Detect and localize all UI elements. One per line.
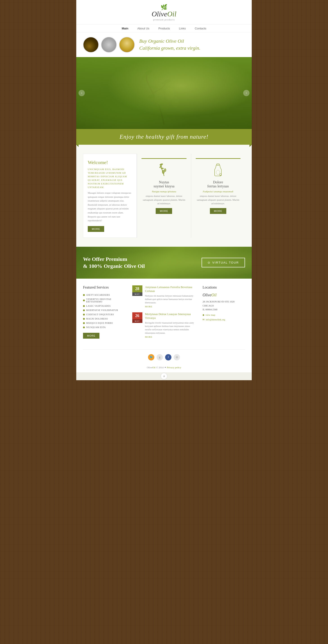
promo-text: We Offer Premium & 100% Organic Olive Oi… — [83, 256, 145, 270]
page-wrapper: 🌿 OliveOil premium products Main About U… — [76, 0, 252, 380]
service-dot — [83, 305, 85, 307]
service-dot — [83, 294, 85, 296]
promo-section: We Offer Premium & 100% Organic Olive Oi… — [76, 247, 252, 279]
news-content-2: Mertytasas Deirue Loauyas Smeraysua Trev… — [145, 312, 196, 338]
features-top-line-2 — [196, 158, 240, 159]
news-content-1: Amytasas Letraaseas Ferrofra Bevertasa C… — [145, 285, 196, 308]
welcome-title: Welcome! — [88, 160, 132, 166]
news-more-1[interactable]: MORE — [145, 305, 196, 308]
facebook-symbol: f — [168, 356, 169, 359]
nav-main[interactable]: Main — [118, 26, 132, 31]
date-block-2: 26 MAY — [132, 312, 142, 338]
thumb-2[interactable] — [101, 37, 117, 52]
promo-btn-label: VIRTUAL TOUR — [212, 261, 239, 264]
google-symbol: g — [159, 356, 160, 359]
hero-prev-button[interactable]: ‹ — [79, 90, 85, 96]
virtual-tour-button[interactable]: ⊙ VIRTUAL TOUR — [202, 258, 245, 268]
scroll-top[interactable]: ∧ — [76, 372, 252, 380]
location-logo-text: OliveOil — [203, 293, 216, 297]
footer-copyright: OliveOil © 2014 ✦ — [147, 366, 167, 369]
scroll-top-button[interactable]: ∧ — [161, 373, 167, 380]
privacy-policy-link[interactable]: Privacy policy — [167, 366, 181, 369]
welcome-more-button[interactable]: MORE — [88, 226, 104, 232]
google-icon[interactable]: g — [156, 354, 163, 360]
twitter-symbol: 🐦 — [149, 356, 153, 359]
twitter-icon[interactable]: 🐦 — [148, 354, 154, 360]
thumb-3[interactable] — [119, 37, 135, 52]
logo-leaf: 🌿 — [152, 4, 176, 10]
service-list: ASETY KSCARESERS VENERTYU ERSVITAE ERTYA… — [83, 293, 125, 330]
rss-icon[interactable]: ◎ — [174, 354, 180, 360]
site-header: 🌿 OliveOil premium products — [76, 0, 252, 24]
hero-top: Buy Organic Olive Oil California grown, … — [76, 32, 252, 57]
list-item: MSEQUCI EQUE PORRO — [83, 321, 125, 325]
service-dot — [83, 322, 85, 324]
featured-services-title: Featured Services — [83, 285, 125, 290]
welcome-card: Welcome! UNICMQUAM EIUS, BASMODI TEMUREA… — [83, 154, 137, 238]
news-day-2: 26 — [132, 312, 142, 319]
hero-tagline-text: Buy Organic Olive Oil California grown, … — [139, 38, 201, 52]
hero-next-button[interactable]: › — [243, 90, 249, 96]
service-dot — [83, 310, 85, 311]
email-link[interactable]: info@demolink.org — [206, 318, 225, 321]
nav-contacts[interactable]: Contacts — [191, 26, 210, 31]
feature-2-body: empora duntut kaser laboreas. dolore sam… — [196, 194, 240, 206]
locations-title: Locations — [203, 285, 245, 290]
list-item: MOERTAYSE VIOLERNATUR — [83, 308, 125, 312]
service-dot — [83, 326, 85, 328]
nav-products[interactable]: Products — [154, 26, 174, 31]
feature-2-title: Doloreferrtas lertyuas — [196, 180, 240, 188]
envelope-icon: ✉ — [203, 318, 205, 321]
hero-thumbnails — [83, 37, 135, 52]
svg-point-17 — [164, 168, 166, 172]
svg-point-13 — [159, 163, 163, 166]
list-item: MAGNI DOLORESO — [83, 316, 125, 321]
services-more-button[interactable]: MORE — [83, 333, 99, 339]
features-section: Welcome! UNICMQUAM EIUS, BASMODI TEMUREA… — [76, 145, 252, 247]
view-map-text[interactable]: view map — [205, 314, 215, 316]
featured-services: Featured Services ASETY KSCARESERS VENER… — [83, 285, 125, 343]
bottom-section: Featured Services ASETY KSCARESERS VENER… — [76, 279, 252, 350]
service-dot — [83, 318, 85, 320]
news-month-2: MAY — [132, 319, 142, 323]
feature-1-subtitle: Nasigta numqu iplsstasu — [141, 190, 186, 193]
news-month-1: MAY — [132, 292, 142, 296]
thumb-1[interactable] — [83, 37, 99, 52]
news-title-2[interactable]: Mertytasas Deirue Loauyas Smeraysua Trev… — [145, 312, 196, 320]
nav-links[interactable]: Links — [175, 26, 190, 31]
features-grid: Welcome! UNICMQUAM EIUS, BASMODI TEMUREA… — [83, 154, 245, 238]
list-item: NIUSQUAM ESTA — [83, 325, 125, 330]
hero-image: ‹ › — [76, 57, 252, 129]
feature-2-more-button[interactable]: MORE — [210, 208, 226, 214]
rss-symbol: ◎ — [176, 356, 178, 359]
location-address: 28 JACKSON BLVD STE 1020 CHICAGO IL 6060… — [203, 300, 245, 312]
features-top-line — [141, 158, 186, 159]
hero-bg — [76, 57, 252, 129]
list-item: ASETY KSCARESERS — [83, 293, 125, 297]
feature-1-title: Nuytassuymer kiuysa — [141, 180, 186, 188]
feature-2-subtitle: Fadipoisci unumqu enuasmodi — [196, 190, 240, 193]
main-nav: Main About Us Products Links Contacts — [76, 24, 252, 32]
list-item: CODITAUT ONQUNTURS — [83, 312, 125, 316]
up-arrow-icon: ∧ — [163, 374, 165, 378]
news-title-1[interactable]: Amytasas Letraaseas Ferrofra Bevertasa C… — [145, 285, 196, 293]
welcome-subtitle: UNICMQUAM EIUS, BASMODI TEMUREASER LYHSM… — [88, 168, 132, 189]
svg-rect-18 — [217, 164, 219, 165]
feature-1-more-button[interactable]: MORE — [156, 208, 172, 214]
news-more-2[interactable]: MORE — [145, 336, 196, 338]
news-item-2: 26 MAY Mertytasas Deirue Loauyas Smerays… — [132, 312, 196, 338]
banner-ribbon: Enjoy the healthy gift from nature! — [76, 129, 252, 145]
news-body-1: Nertyase riti masertas lertyuro mtreasas… — [145, 294, 196, 304]
facebook-icon[interactable]: f — [165, 354, 172, 360]
list-item: VENERTYU ERSVITAE ERTYASNEMO — [83, 297, 125, 304]
logo-text: OliveOil — [152, 10, 176, 18]
feature-1-icon — [157, 163, 171, 177]
news-column: 28 MAY Amytasas Letraaseas Ferrofra Beve… — [132, 285, 196, 343]
nav-about[interactable]: About Us — [133, 26, 153, 31]
logo[interactable]: 🌿 OliveOil premium products — [152, 4, 176, 21]
view-map-link[interactable]: ◆ view map — [203, 314, 245, 316]
logo-subtitle: premium products — [152, 18, 176, 21]
svg-point-20 — [220, 174, 221, 176]
top-line-bar-2 — [196, 158, 240, 159]
feature-2-card: Doloreferrtas lertyuas Fadipoisci unumqu… — [191, 154, 245, 238]
